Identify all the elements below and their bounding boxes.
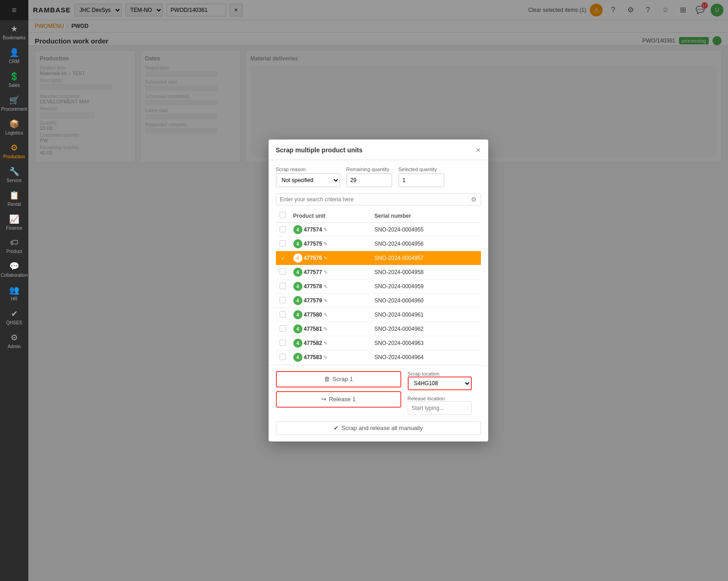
release-location-input[interactable]	[408, 401, 472, 415]
edit-icon[interactable]: ✎	[324, 355, 328, 360]
sidebar-item-collaboration[interactable]: 💬 Collaboration	[0, 258, 28, 281]
scrap-btn[interactable]: 🗑 Scrap 1	[276, 371, 401, 387]
table-row[interactable]: 4 477578✎SNO-2024-0004959	[276, 280, 481, 294]
table-row[interactable]: 4 477579✎SNO-2024-0004960	[276, 294, 481, 308]
edit-icon[interactable]: ✎	[324, 269, 328, 275]
sidebar-item-product[interactable]: 🏷 Product	[0, 234, 28, 258]
row-serial-number: SNO-2024-0004957	[371, 251, 480, 265]
row-serial-number: SNO-2024-0004964	[371, 350, 480, 365]
edit-icon[interactable]: ✎	[324, 298, 328, 303]
modal-bottom: 🗑 Scrap 1 ↪ Release 1 Scrap location S4H…	[269, 365, 488, 421]
remaining-qty-input[interactable]	[346, 173, 392, 187]
product-unit-id: 477576	[304, 255, 322, 261]
sidebar-item-label: Finance	[6, 226, 22, 231]
row-serial-number: SNO-2024-0004958	[371, 265, 480, 280]
release-btn[interactable]: ↪ Release 1	[276, 391, 401, 408]
sidebar-item-label: Procurement	[1, 107, 27, 112]
table-row[interactable]: 4 477581✎SNO-2024-0004962	[276, 322, 481, 336]
sidebar-item-production[interactable]: ⚙ Production	[0, 139, 28, 163]
sidebar-item-rental[interactable]: 📋 Rental	[0, 187, 28, 210]
row-checkbox[interactable]	[280, 269, 286, 275]
hr-icon: 👥	[9, 285, 19, 295]
row-checkbox[interactable]	[280, 297, 286, 303]
product-unit-id: 477581	[304, 326, 322, 332]
status-badge-4: 4	[293, 282, 302, 291]
edit-icon[interactable]: ✎	[324, 255, 328, 261]
header-checkbox[interactable]	[280, 212, 286, 218]
status-badge-4: 4	[293, 353, 302, 362]
selected-qty-input[interactable]	[399, 173, 444, 187]
edit-icon[interactable]: ✎	[324, 284, 328, 289]
row-checkbox[interactable]	[280, 240, 286, 247]
row-checkbox[interactable]: ✓	[280, 255, 286, 261]
row-checkbox[interactable]	[280, 283, 286, 289]
table-row[interactable]: 4 477583✎SNO-2024-0004964	[276, 350, 481, 365]
sidebar-item-finance[interactable]: 📈 Finance	[0, 210, 28, 234]
row-product-unit: 4 477579✎	[290, 294, 371, 308]
trash-icon: 🗑	[324, 376, 330, 382]
service-icon: 🔧	[9, 167, 19, 177]
table-row[interactable]: 4 477577✎SNO-2024-0004958	[276, 265, 481, 280]
qhses-icon: ✔	[11, 309, 18, 319]
sidebar-item-label: HR	[11, 296, 17, 301]
modal-header: Scrap multiple product units ×	[269, 140, 488, 160]
row-product-unit: 4 477582✎	[290, 336, 371, 350]
status-badge-4: 4	[293, 339, 302, 348]
scrap-location-select[interactable]: S4HG108	[408, 377, 472, 390]
selected-qty-label: Selected quantity	[399, 167, 444, 172]
row-checkbox[interactable]	[280, 226, 286, 232]
edit-icon[interactable]: ✎	[324, 326, 328, 332]
scrap-release-all-btn[interactable]: ✔ Scrap and release all manually	[276, 421, 481, 435]
action-buttons: 🗑 Scrap 1 ↪ Release 1	[276, 371, 401, 408]
row-checkbox[interactable]	[280, 325, 286, 332]
production-icon: ⚙	[11, 143, 18, 153]
hamburger-icon[interactable]: ≡	[12, 5, 17, 15]
sidebar-item-bookmarks[interactable]: ★ Bookmarks	[0, 20, 28, 44]
row-product-unit: 4 477577✎	[290, 265, 371, 280]
status-badge-4: 4	[293, 239, 302, 248]
sidebar-item-admin[interactable]: ⚙ Admin	[0, 329, 28, 353]
scrap-modal: Scrap multiple product units × Scrap rea…	[269, 140, 488, 441]
table-row[interactable]: 4 477575✎SNO-2024-0004956	[276, 237, 481, 251]
status-badge-4: 4	[293, 225, 302, 234]
edit-icon[interactable]: ✎	[324, 312, 328, 317]
product-unit-id: 477575	[304, 241, 322, 247]
row-checkbox-cell	[276, 350, 290, 365]
edit-icon[interactable]: ✎	[324, 227, 328, 232]
remaining-qty-group: Remaining quantity	[346, 167, 392, 187]
row-serial-number: SNO-2024-0004955	[371, 223, 480, 237]
sidebar-item-crm[interactable]: 👤 CRM	[0, 44, 28, 68]
modal-title: Scrap multiple product units	[276, 146, 363, 154]
sidebar-item-service[interactable]: 🔧 Service	[0, 163, 28, 187]
sidebar-item-procurement[interactable]: 🛒 Procurement	[0, 91, 28, 115]
table-row[interactable]: 4 477580✎SNO-2024-0004961	[276, 308, 481, 322]
modal-close-btn[interactable]: ×	[476, 146, 481, 154]
sidebar-item-logistics[interactable]: 📦 Logistics	[0, 115, 28, 139]
row-serial-number: SNO-2024-0004959	[371, 280, 480, 294]
row-checkbox[interactable]	[280, 339, 286, 346]
row-checkbox[interactable]	[280, 354, 286, 360]
sidebar-item-label: CRM	[9, 59, 20, 64]
edit-icon[interactable]: ✎	[324, 241, 328, 247]
sidebar-item-sales[interactable]: 💲 Sales	[0, 68, 28, 91]
edit-icon[interactable]: ✎	[324, 340, 328, 346]
scrap-reason-label: Scrap reason	[276, 167, 340, 172]
col-serial-number: Serial number	[371, 209, 480, 223]
search-gear-icon[interactable]: ⚙	[471, 196, 477, 203]
scrap-reason-select[interactable]: Not specified	[276, 173, 340, 187]
table-row[interactable]: 4 477582✎SNO-2024-0004963	[276, 336, 481, 350]
search-input[interactable]	[280, 196, 468, 203]
table-row[interactable]: 4 477574✎SNO-2024-0004955	[276, 223, 481, 237]
row-product-unit: 4 477583✎	[290, 350, 371, 365]
row-serial-number: SNO-2024-0004956	[371, 237, 480, 251]
row-checkbox[interactable]	[280, 311, 286, 317]
sidebar-item-qhses[interactable]: ✔ QHSES	[0, 305, 28, 329]
table-row[interactable]: ✓4 477576✎SNO-2024-0004957	[276, 251, 481, 265]
row-checkbox-cell	[276, 336, 290, 350]
row-product-unit: 4 477580✎	[290, 308, 371, 322]
status-badge-4: 4	[293, 310, 302, 319]
release-btn-label: Release 1	[329, 396, 356, 403]
sidebar-item-hr[interactable]: 👥 HR	[0, 281, 28, 305]
product-unit-id: 477577	[304, 269, 322, 275]
bottom-row: 🗑 Scrap 1 ↪ Release 1 Scrap location S4H…	[276, 371, 481, 415]
